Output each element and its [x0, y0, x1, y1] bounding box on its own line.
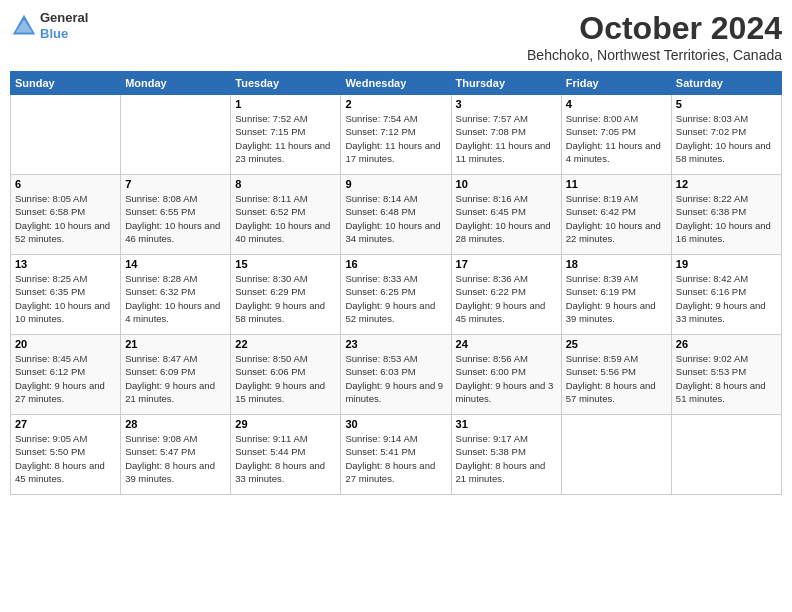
calendar-cell: 25Sunrise: 8:59 AM Sunset: 5:56 PM Dayli… [561, 335, 671, 415]
day-number: 9 [345, 178, 446, 190]
day-number: 27 [15, 418, 116, 430]
day-number: 20 [15, 338, 116, 350]
calendar-cell: 16Sunrise: 8:33 AM Sunset: 6:25 PM Dayli… [341, 255, 451, 335]
calendar-cell: 23Sunrise: 8:53 AM Sunset: 6:03 PM Dayli… [341, 335, 451, 415]
logo: General Blue [10, 10, 88, 41]
day-info: Sunrise: 8:53 AM Sunset: 6:03 PM Dayligh… [345, 352, 446, 405]
title-section: October 2024 Behchoko, Northwest Territo… [527, 10, 782, 63]
calendar-cell: 15Sunrise: 8:30 AM Sunset: 6:29 PM Dayli… [231, 255, 341, 335]
calendar-table: SundayMondayTuesdayWednesdayThursdayFrid… [10, 71, 782, 495]
day-number: 13 [15, 258, 116, 270]
day-info: Sunrise: 9:08 AM Sunset: 5:47 PM Dayligh… [125, 432, 226, 485]
day-number: 19 [676, 258, 777, 270]
day-info: Sunrise: 8:42 AM Sunset: 6:16 PM Dayligh… [676, 272, 777, 325]
day-info: Sunrise: 8:19 AM Sunset: 6:42 PM Dayligh… [566, 192, 667, 245]
calendar-cell: 17Sunrise: 8:36 AM Sunset: 6:22 PM Dayli… [451, 255, 561, 335]
calendar-cell: 22Sunrise: 8:50 AM Sunset: 6:06 PM Dayli… [231, 335, 341, 415]
calendar-week-row: 1Sunrise: 7:52 AM Sunset: 7:15 PM Daylig… [11, 95, 782, 175]
calendar-cell: 6Sunrise: 8:05 AM Sunset: 6:58 PM Daylig… [11, 175, 121, 255]
day-number: 3 [456, 98, 557, 110]
day-info: Sunrise: 8:33 AM Sunset: 6:25 PM Dayligh… [345, 272, 446, 325]
day-info: Sunrise: 8:36 AM Sunset: 6:22 PM Dayligh… [456, 272, 557, 325]
day-info: Sunrise: 8:08 AM Sunset: 6:55 PM Dayligh… [125, 192, 226, 245]
calendar-cell [11, 95, 121, 175]
day-info: Sunrise: 9:14 AM Sunset: 5:41 PM Dayligh… [345, 432, 446, 485]
calendar-cell: 30Sunrise: 9:14 AM Sunset: 5:41 PM Dayli… [341, 415, 451, 495]
calendar-week-row: 13Sunrise: 8:25 AM Sunset: 6:35 PM Dayli… [11, 255, 782, 335]
calendar-cell: 8Sunrise: 8:11 AM Sunset: 6:52 PM Daylig… [231, 175, 341, 255]
weekday-header: Saturday [671, 72, 781, 95]
calendar-cell [671, 415, 781, 495]
calendar-week-row: 6Sunrise: 8:05 AM Sunset: 6:58 PM Daylig… [11, 175, 782, 255]
day-number: 29 [235, 418, 336, 430]
day-info: Sunrise: 8:59 AM Sunset: 5:56 PM Dayligh… [566, 352, 667, 405]
calendar-cell: 27Sunrise: 9:05 AM Sunset: 5:50 PM Dayli… [11, 415, 121, 495]
day-number: 24 [456, 338, 557, 350]
day-number: 1 [235, 98, 336, 110]
calendar-cell: 18Sunrise: 8:39 AM Sunset: 6:19 PM Dayli… [561, 255, 671, 335]
logo-line2: Blue [40, 26, 88, 42]
day-number: 8 [235, 178, 336, 190]
calendar-cell: 1Sunrise: 7:52 AM Sunset: 7:15 PM Daylig… [231, 95, 341, 175]
day-number: 18 [566, 258, 667, 270]
weekday-header-row: SundayMondayTuesdayWednesdayThursdayFrid… [11, 72, 782, 95]
day-number: 10 [456, 178, 557, 190]
month-title: October 2024 [527, 10, 782, 47]
weekday-header: Wednesday [341, 72, 451, 95]
day-number: 23 [345, 338, 446, 350]
day-number: 26 [676, 338, 777, 350]
day-info: Sunrise: 8:03 AM Sunset: 7:02 PM Dayligh… [676, 112, 777, 165]
day-number: 15 [235, 258, 336, 270]
day-number: 28 [125, 418, 226, 430]
day-number: 16 [345, 258, 446, 270]
calendar-cell: 7Sunrise: 8:08 AM Sunset: 6:55 PM Daylig… [121, 175, 231, 255]
day-info: Sunrise: 8:50 AM Sunset: 6:06 PM Dayligh… [235, 352, 336, 405]
calendar-cell: 12Sunrise: 8:22 AM Sunset: 6:38 PM Dayli… [671, 175, 781, 255]
day-info: Sunrise: 8:39 AM Sunset: 6:19 PM Dayligh… [566, 272, 667, 325]
day-info: Sunrise: 9:17 AM Sunset: 5:38 PM Dayligh… [456, 432, 557, 485]
day-number: 21 [125, 338, 226, 350]
calendar-cell: 10Sunrise: 8:16 AM Sunset: 6:45 PM Dayli… [451, 175, 561, 255]
weekday-header: Sunday [11, 72, 121, 95]
calendar-cell [121, 95, 231, 175]
calendar-cell: 5Sunrise: 8:03 AM Sunset: 7:02 PM Daylig… [671, 95, 781, 175]
day-info: Sunrise: 8:30 AM Sunset: 6:29 PM Dayligh… [235, 272, 336, 325]
day-number: 22 [235, 338, 336, 350]
day-number: 30 [345, 418, 446, 430]
weekday-header: Monday [121, 72, 231, 95]
day-number: 11 [566, 178, 667, 190]
location: Behchoko, Northwest Territories, Canada [527, 47, 782, 63]
weekday-header: Friday [561, 72, 671, 95]
day-info: Sunrise: 9:02 AM Sunset: 5:53 PM Dayligh… [676, 352, 777, 405]
day-info: Sunrise: 8:25 AM Sunset: 6:35 PM Dayligh… [15, 272, 116, 325]
day-number: 14 [125, 258, 226, 270]
calendar-cell: 9Sunrise: 8:14 AM Sunset: 6:48 PM Daylig… [341, 175, 451, 255]
day-info: Sunrise: 7:54 AM Sunset: 7:12 PM Dayligh… [345, 112, 446, 165]
day-number: 17 [456, 258, 557, 270]
day-number: 4 [566, 98, 667, 110]
day-info: Sunrise: 8:22 AM Sunset: 6:38 PM Dayligh… [676, 192, 777, 245]
day-info: Sunrise: 8:16 AM Sunset: 6:45 PM Dayligh… [456, 192, 557, 245]
calendar-cell: 13Sunrise: 8:25 AM Sunset: 6:35 PM Dayli… [11, 255, 121, 335]
day-info: Sunrise: 9:05 AM Sunset: 5:50 PM Dayligh… [15, 432, 116, 485]
day-info: Sunrise: 8:00 AM Sunset: 7:05 PM Dayligh… [566, 112, 667, 165]
calendar-cell: 24Sunrise: 8:56 AM Sunset: 6:00 PM Dayli… [451, 335, 561, 415]
day-number: 7 [125, 178, 226, 190]
calendar-cell: 20Sunrise: 8:45 AM Sunset: 6:12 PM Dayli… [11, 335, 121, 415]
calendar-week-row: 20Sunrise: 8:45 AM Sunset: 6:12 PM Dayli… [11, 335, 782, 415]
day-info: Sunrise: 8:11 AM Sunset: 6:52 PM Dayligh… [235, 192, 336, 245]
day-number: 2 [345, 98, 446, 110]
calendar-cell: 29Sunrise: 9:11 AM Sunset: 5:44 PM Dayli… [231, 415, 341, 495]
day-info: Sunrise: 8:56 AM Sunset: 6:00 PM Dayligh… [456, 352, 557, 405]
day-number: 31 [456, 418, 557, 430]
day-info: Sunrise: 8:47 AM Sunset: 6:09 PM Dayligh… [125, 352, 226, 405]
day-number: 12 [676, 178, 777, 190]
day-number: 5 [676, 98, 777, 110]
weekday-header: Thursday [451, 72, 561, 95]
day-info: Sunrise: 8:28 AM Sunset: 6:32 PM Dayligh… [125, 272, 226, 325]
day-info: Sunrise: 7:57 AM Sunset: 7:08 PM Dayligh… [456, 112, 557, 165]
calendar-cell: 4Sunrise: 8:00 AM Sunset: 7:05 PM Daylig… [561, 95, 671, 175]
calendar-cell [561, 415, 671, 495]
day-info: Sunrise: 8:05 AM Sunset: 6:58 PM Dayligh… [15, 192, 116, 245]
weekday-header: Tuesday [231, 72, 341, 95]
